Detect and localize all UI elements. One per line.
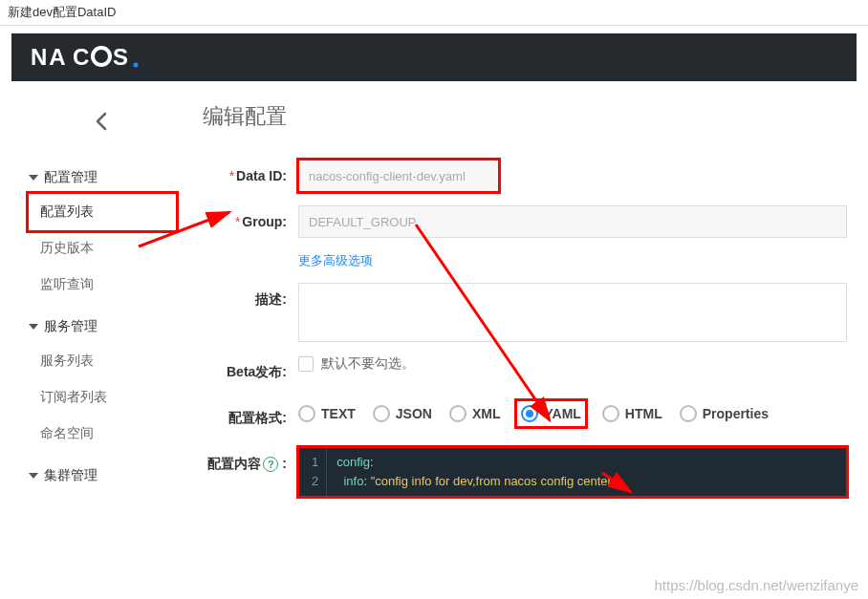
main-content: 编辑配置 *Data ID: *Group: 更多高级选项 描述: Beta发布… <box>193 81 857 510</box>
caret-down-icon <box>29 473 38 479</box>
editor-code[interactable]: config: info: "config info for dev,from … <box>327 447 628 497</box>
label-group: *Group: <box>203 205 298 238</box>
nav-group-config[interactable]: 配置管理 <box>29 161 176 194</box>
radio-group-format: TEXT JSON XML YAML HTML Properties <box>298 401 847 426</box>
watermark: https://blog.csdn.net/wenzifanye <box>655 577 858 593</box>
chevron-left-icon <box>91 110 114 133</box>
input-group[interactable] <box>298 205 847 238</box>
checkbox-beta[interactable] <box>298 356 314 372</box>
sidebar-item-namespace[interactable]: 命名空间 <box>29 416 176 452</box>
radio-json[interactable]: JSON <box>373 405 432 422</box>
sidebar-item-service-list[interactable]: 服务列表 <box>29 343 176 379</box>
more-options-link[interactable]: 更多高级选项 <box>298 253 373 267</box>
sidebar-item-history[interactable]: 历史版本 <box>29 230 176 267</box>
svg-text:C: C <box>73 44 91 70</box>
radio-icon <box>680 405 697 422</box>
window-title: 新建dev配置DataID <box>0 0 868 26</box>
radio-html[interactable]: HTML <box>602 405 662 422</box>
svg-text:S: S <box>113 44 130 70</box>
label-desc: 描述: <box>203 283 298 315</box>
input-desc[interactable] <box>298 283 847 342</box>
sidebar-item-config-list[interactable]: 配置列表 <box>29 194 176 230</box>
radio-xml[interactable]: XML <box>449 405 501 422</box>
input-data-id[interactable] <box>298 160 499 192</box>
beta-hint-text: 默认不要勾选。 <box>321 355 415 373</box>
svg-point-4 <box>134 63 139 68</box>
nav-group-label: 服务管理 <box>44 318 98 335</box>
radio-properties[interactable]: Properties <box>680 405 769 422</box>
code-editor[interactable]: 1 2 config: info: "config info for dev,f… <box>298 447 847 497</box>
radio-icon <box>298 405 315 422</box>
radio-icon <box>373 405 390 422</box>
caret-down-icon <box>29 324 38 330</box>
back-button[interactable] <box>29 110 176 133</box>
header-bar: NA C S <box>11 33 857 81</box>
editor-gutter: 1 2 <box>298 447 327 497</box>
radio-icon <box>602 405 619 422</box>
svg-text:NA: NA <box>31 44 68 70</box>
page-title: 编辑配置 <box>203 102 847 131</box>
label-data-id: *Data ID: <box>203 160 298 192</box>
nav-group-cluster[interactable]: 集群管理 <box>29 460 176 492</box>
nav-group-label: 配置管理 <box>44 169 98 186</box>
radio-icon <box>521 405 538 422</box>
label-format: 配置格式: <box>203 401 298 434</box>
svg-point-2 <box>93 48 110 65</box>
radio-text[interactable]: TEXT <box>298 405 356 422</box>
caret-down-icon <box>29 175 38 181</box>
help-icon[interactable]: ? <box>263 457 278 472</box>
nav-group-label: 集群管理 <box>44 467 98 484</box>
radio-yaml[interactable]: YAML <box>517 401 584 426</box>
radio-icon <box>449 405 467 422</box>
sidebar-item-listener[interactable]: 监听查询 <box>29 267 176 303</box>
label-content: 配置内容? : <box>203 447 298 480</box>
label-beta: Beta发布: <box>203 355 298 388</box>
logo: NA C S <box>31 44 164 71</box>
sidebar-item-subscriber[interactable]: 订阅者列表 <box>29 379 176 416</box>
nav-group-service[interactable]: 服务管理 <box>29 310 176 343</box>
sidebar: 配置管理 配置列表 历史版本 监听查询 服务管理 服务列表 订阅者列表 命名空间… <box>11 81 193 510</box>
